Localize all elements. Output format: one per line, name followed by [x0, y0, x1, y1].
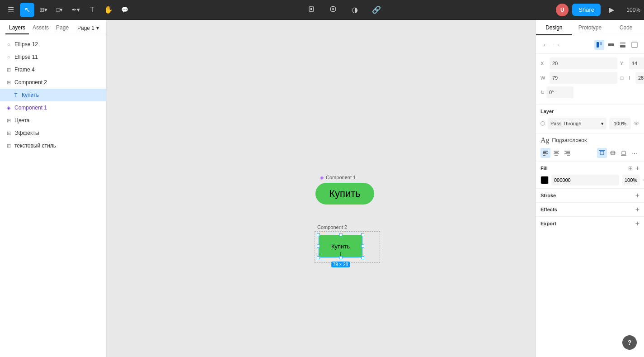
valign-top-button[interactable]: [597, 148, 607, 158]
theme-icon-button[interactable]: ◑: [348, 3, 362, 17]
align-bottom-button[interactable]: [618, 40, 628, 50]
forward-button[interactable]: →: [552, 40, 562, 50]
fill-grid-icon[interactable]: ⊞: [628, 165, 633, 171]
align-center-button[interactable]: [606, 40, 616, 50]
h-input[interactable]: 28: [635, 72, 644, 84]
layer-item-kupity[interactable]: T Купить: [0, 89, 106, 101]
canvas-area[interactable]: ◈ Component 1 Купить Component 2 Купить …: [107, 20, 536, 357]
link-icon-button[interactable]: 🔗: [369, 3, 384, 17]
layers-tab[interactable]: Layers: [5, 22, 29, 34]
text-tool-button[interactable]: T: [85, 3, 99, 17]
svg-rect-22: [600, 151, 604, 155]
page-tab[interactable]: Page: [52, 22, 72, 34]
fill-hex-input[interactable]: 000000: [551, 175, 619, 186]
x-input[interactable]: 20: [550, 57, 617, 69]
svg-rect-26: [622, 151, 625, 155]
fill-opacity-input[interactable]: 100%: [622, 175, 640, 186]
blend-chevron: ▾: [601, 121, 604, 127]
svg-rect-4: [600, 42, 602, 45]
layer-item-cveta[interactable]: ⊞ Цвета: [0, 114, 106, 127]
typography-row: Ag Подзаголовок: [536, 133, 644, 147]
x-label: X: [541, 61, 547, 66]
frame-tool-button[interactable]: ⊞▾: [36, 3, 51, 17]
toolbar-center: ◑ 🔗: [134, 3, 554, 17]
w-input[interactable]: 79: [550, 72, 617, 84]
typography-more-button[interactable]: ···: [630, 148, 639, 158]
select-tool-button[interactable]: ↖: [20, 3, 34, 17]
fill-add-button[interactable]: +: [635, 165, 639, 172]
code-tab[interactable]: Code: [608, 21, 644, 35]
help-button[interactable]: ?: [622, 335, 637, 350]
type-style-name: Подзаголовок: [552, 137, 639, 143]
layer-item-ellipse11[interactable]: ○ Ellipse 11: [0, 51, 106, 63]
effects-add-button[interactable]: +: [635, 205, 639, 214]
play-button[interactable]: ▶: [604, 3, 619, 17]
zoom-label: 100%: [622, 7, 640, 13]
rotation-row: ↻ 0°: [541, 86, 639, 101]
y-input[interactable]: 14: [629, 57, 644, 69]
valign-bottom-button[interactable]: [619, 148, 629, 158]
valign-middle-button[interactable]: [608, 148, 618, 158]
back-button[interactable]: ←: [541, 40, 550, 50]
text-align-left-button[interactable]: [541, 148, 550, 158]
pen-tool-button[interactable]: ✒▾: [69, 3, 83, 17]
design-tab[interactable]: Design: [536, 21, 572, 35]
rotation-input[interactable]: 0°: [546, 86, 573, 98]
align-right-button[interactable]: [630, 40, 639, 50]
handle-tr[interactable]: [361, 233, 364, 236]
handle-l[interactable]: [317, 245, 320, 248]
layer-item-text-style[interactable]: ⊞ текстовый стиль: [0, 139, 106, 152]
prototype-tab[interactable]: Prototype: [572, 21, 608, 35]
assets-tab[interactable]: Assets: [29, 22, 52, 34]
page-selector[interactable]: Page 1 ▾: [75, 25, 101, 31]
stroke-add-button[interactable]: +: [635, 191, 639, 200]
export-add-button[interactable]: +: [635, 219, 639, 228]
layer-label: Купить: [22, 92, 39, 98]
component1-text: Купить: [329, 188, 361, 200]
hand-tool-button[interactable]: ✋: [101, 3, 116, 17]
svg-rect-6: [620, 42, 625, 44]
visibility-eye-icon[interactable]: 👁: [634, 120, 639, 127]
handle-br[interactable]: [361, 256, 364, 259]
w-label: W: [541, 75, 547, 81]
handle-b[interactable]: [339, 256, 342, 259]
size-badge: 79 × 28: [331, 262, 350, 267]
handle-t[interactable]: [339, 233, 342, 236]
share-button[interactable]: Share: [572, 4, 601, 16]
shape-tool-button[interactable]: □▾: [52, 3, 67, 17]
layer-item-component1[interactable]: ◈ Component 1: [0, 101, 106, 114]
layer-item-ellipse12[interactable]: ○ Ellipse 12: [0, 38, 106, 51]
fill-color-swatch[interactable]: [541, 176, 549, 184]
export-title: Export: [541, 221, 635, 226]
component-icon-button[interactable]: [304, 3, 319, 17]
opacity-input[interactable]: 100%: [609, 118, 631, 129]
text-align-right-button[interactable]: [562, 148, 572, 158]
right-panel: Design Prototype Code ← → X: [536, 20, 644, 357]
layer-item-component2[interactable]: ⊞ Component 2: [0, 76, 106, 89]
handle-tl[interactable]: [317, 233, 320, 236]
layer-label: Frame 4: [14, 67, 35, 73]
layers-list: ○ Ellipse 12 ○ Ellipse 11 ⊞ Frame 4 ⊞ Co…: [0, 36, 106, 357]
layer-label: Component 2: [14, 79, 47, 86]
align-top-left-button[interactable]: [594, 40, 604, 50]
position-section: X 20 Y 14 W 79 ⊡ H 28 ↻ 0°: [536, 54, 644, 105]
export-header: Export +: [541, 219, 639, 228]
constrain-icon[interactable]: ⊡: [620, 74, 624, 81]
fill-title: Fill: [541, 166, 628, 171]
component-icon: [307, 5, 315, 15]
layer-item-effekty[interactable]: ⊞ Эффекты: [0, 127, 106, 139]
effects-header: Effects +: [541, 205, 639, 214]
handle-r[interactable]: [361, 245, 364, 248]
blend-dot: [541, 121, 545, 126]
selected-text-content: Купить: [331, 243, 350, 250]
component1-button: Купить: [315, 183, 374, 205]
shape-icon: □▾: [56, 6, 63, 13]
menu-button[interactable]: ☰: [4, 3, 18, 17]
text-align-center-button[interactable]: [551, 148, 561, 158]
layer-item-frame4[interactable]: ⊞ Frame 4: [0, 63, 106, 76]
blend-mode-select[interactable]: Pass Through ▾: [548, 118, 606, 129]
handle-bl[interactable]: [317, 256, 320, 259]
resource-icon-button[interactable]: [326, 3, 340, 17]
comment-tool-button[interactable]: 💬: [118, 3, 132, 17]
stroke-title: Stroke: [541, 193, 635, 198]
